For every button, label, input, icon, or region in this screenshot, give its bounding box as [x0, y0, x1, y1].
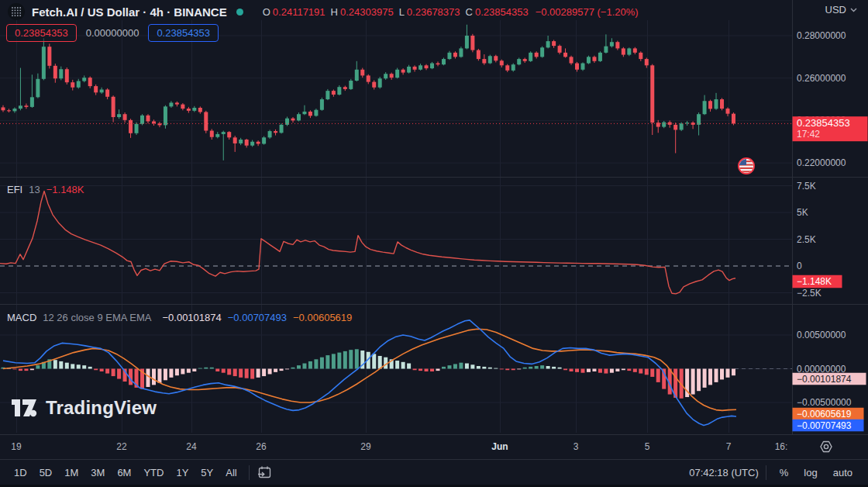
price-axis-label: 0.22000000	[797, 157, 846, 168]
symbol-logo-icon[interactable]	[8, 3, 25, 20]
efi-name: EFI	[7, 184, 22, 195]
efi-line	[0, 191, 735, 294]
time-axis-label-Jun: Jun	[491, 441, 508, 452]
change-value: −0.00289577 (−1.20%)	[536, 6, 639, 18]
efi-badge-value: −1.148K	[797, 276, 832, 287]
date-range-buttons: 1D5D1M3M6MYTD1Y5YAll	[9, 465, 242, 481]
range-button-5Y[interactable]: 5Y	[196, 465, 218, 481]
symbol-title[interactable]: Fetch.AI / US Dollar · 4h · BINANCE	[32, 5, 227, 19]
tradingview-watermark[interactable]: TradingView	[10, 396, 157, 420]
scale-button-log[interactable]: log	[797, 465, 823, 481]
tradingview-logo-text: TradingView	[46, 397, 157, 419]
macd-hist-value: −0.00101874	[162, 312, 221, 323]
toolbar-divider	[249, 465, 250, 480]
buy-price-badge[interactable]: 0.23854353	[148, 24, 219, 42]
macd-badge-value: −0.00605619	[797, 409, 852, 420]
macd-line-value: −0.00707493	[228, 312, 287, 323]
efi-axis-label: −2.5K	[797, 288, 822, 299]
macd-badge-value: −0.00101874	[797, 374, 852, 385]
currency-label: USD	[825, 4, 846, 16]
macd-name: MACD	[7, 312, 36, 323]
efi-axis-label: 0	[797, 261, 802, 271]
ohlc-label-L: L	[399, 6, 405, 18]
macd-params: 12 26 close 9 EMA EMA	[43, 312, 151, 323]
scale-button-auto[interactable]: auto	[827, 465, 859, 481]
efi-axis-label: 5K	[797, 207, 808, 218]
ohlc-values: O0.24117191H0.24303975L0.23678373C0.2385…	[263, 6, 639, 18]
tradingview-chart-window: 0.280000000.260000000.240000000.22000000…	[0, 0, 868, 487]
macd-axis-label: 0.00000000	[797, 364, 846, 375]
last-price-value: 0.23854353	[797, 117, 850, 129]
ohlc-label-O: O	[263, 6, 270, 18]
currency-selector[interactable]: USD	[825, 4, 857, 16]
scale-button-%[interactable]: %	[773, 465, 795, 481]
time-axis-label-19: 19	[11, 441, 21, 452]
range-button-1M[interactable]: 1M	[60, 465, 83, 481]
time-axis[interactable]: 1922242629Jun35716:	[0, 434, 868, 459]
spread-value: 0.00000000	[77, 27, 149, 39]
efi-panel	[0, 186, 792, 294]
time-axis-label-16:: 16:	[775, 441, 788, 452]
range-button-5D[interactable]: 5D	[35, 465, 57, 481]
chevron-down-icon	[850, 8, 857, 12]
ohlc-label-C: C	[466, 6, 473, 18]
sell-price-badge[interactable]: 0.23854353	[6, 24, 77, 42]
time-axis-label-5: 5	[645, 441, 650, 452]
market-status-icon[interactable]	[236, 9, 243, 16]
efi-param: 13	[29, 184, 40, 195]
candles-layer	[2, 25, 735, 161]
us-flag-image	[739, 159, 753, 173]
price-axis-label: 0.28000000	[797, 30, 846, 41]
bottom-toolbar: 1D5D1M3M6MYTD1Y5YAll 07:42:18 (UTC) %log…	[0, 459, 868, 485]
range-button-All[interactable]: All	[221, 465, 241, 481]
chart-canvas[interactable]: 0.280000000.260000000.240000000.22000000…	[0, 0, 868, 434]
time-axis-label-3: 3	[574, 441, 579, 452]
range-button-1D[interactable]: 1D	[9, 465, 32, 481]
time-axis-label-7: 7	[726, 441, 732, 452]
macd-badge-value: −0.00707493	[797, 420, 852, 431]
time-axis-label-22: 22	[116, 441, 126, 452]
range-button-YTD[interactable]: YTD	[139, 465, 168, 481]
ohlc-value-C: 0.23854353	[475, 6, 529, 18]
go-to-date-icon[interactable]	[257, 465, 272, 480]
tradingview-logo-icon	[10, 396, 39, 420]
macd-axis-label: −0.00500000	[797, 397, 852, 408]
time-axis-label-24: 24	[186, 441, 196, 452]
symbol-header: Fetch.AI / US Dollar · 4h · BINANCE O0.2…	[8, 2, 639, 21]
settings-gear-icon[interactable]	[818, 439, 834, 454]
efi-indicator-header[interactable]: EFI 13 −1.148K	[7, 184, 84, 195]
ohlc-value-O: 0.24117191	[273, 6, 326, 18]
clock-label[interactable]: 07:42:18 (UTC)	[689, 467, 759, 478]
ohlc-value-H: 0.24303975	[340, 6, 394, 18]
macd-indicator-header[interactable]: MACD 12 26 close 9 EMA EMA −0.00101874 −…	[7, 312, 352, 323]
toolbar-divider	[766, 465, 766, 480]
efi-value: −1.148K	[46, 184, 84, 195]
price-badges-row: 0.23854353 0.00000000 0.23854353	[6, 24, 219, 42]
range-button-1Y[interactable]: 1Y	[171, 465, 193, 481]
efi-axis-label: 7.5K	[797, 181, 816, 192]
time-axis-label-29: 29	[360, 441, 370, 452]
efi-axis-label: 2.5K	[797, 234, 816, 245]
price-panel	[0, 36, 792, 163]
price-axis-label: 0.26000000	[797, 73, 846, 84]
us-flag-event-icon[interactable]	[738, 157, 755, 174]
range-button-6M[interactable]: 6M	[112, 465, 136, 481]
scale-buttons: %logauto	[773, 465, 859, 481]
range-button-3M[interactable]: 3M	[86, 465, 109, 481]
macd-signal-value: −0.00605619	[293, 312, 352, 323]
ohlc-label-H: H	[331, 6, 338, 18]
last-price-time: 17:42	[797, 129, 820, 140]
time-axis-label-26: 26	[256, 441, 266, 452]
ohlc-value-L: 0.23678373	[407, 6, 460, 18]
macd-axis-label: 0.00500000	[797, 330, 846, 340]
